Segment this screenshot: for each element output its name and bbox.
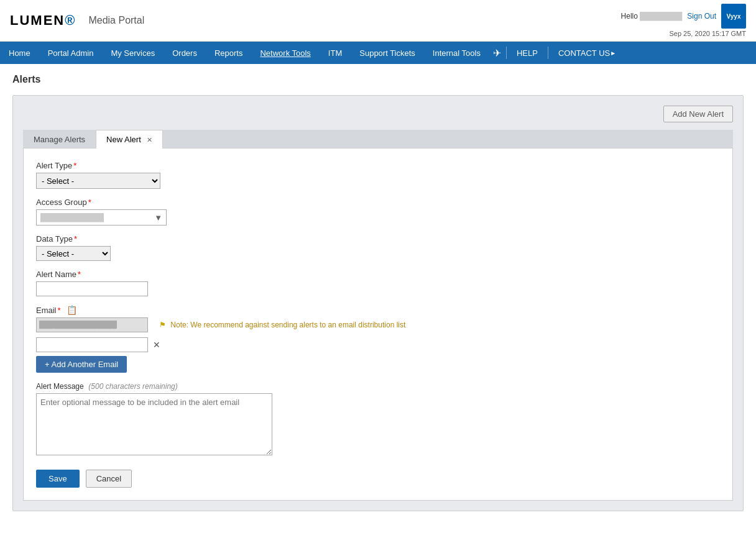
alert-type-required: * [73,161,76,170]
alert-type-select[interactable]: - Select - Type 1 Type 2 [36,173,160,189]
dropdown-arrow-icon: ▼ [154,213,162,222]
nav-network-tools[interactable]: Network Tools [251,42,319,64]
nav-contact-us[interactable]: CONTACT US ► [550,42,625,64]
alert-message-label: Alert Message (500 characters remaining) [36,381,720,391]
alert-type-group: Alert Type* - Select - Type 1 Type 2 [36,161,720,189]
tab-manage-alerts[interactable]: Manage Alerts [23,130,96,148]
page-title: Alerts [12,74,744,85]
data-type-group: Data Type* - Select - Data 1 [36,234,720,261]
tabs: Manage Alerts New Alert ✕ [23,130,733,148]
nav-internal-tools[interactable]: Internal Tools [424,42,489,64]
nav-support-tickets[interactable]: Support Tickets [351,42,424,64]
nav-help[interactable]: HELP [508,42,546,64]
nav-reports[interactable]: Reports [206,42,252,64]
cancel-button[interactable]: Cancel [86,470,132,488]
email-row-second: ✕ [36,337,720,352]
email-required: * [58,306,61,315]
portal-title: Media Portal [88,15,144,26]
main-panel: Add New Alert Manage Alerts New Alert ✕ … [12,95,744,511]
alert-name-group: Alert Name* [36,270,720,296]
nav-portal-admin[interactable]: Portal Admin [39,42,103,64]
access-group-required: * [88,198,91,207]
alert-name-required: * [78,270,81,279]
copy-icon[interactable]: 📋 [67,305,77,315]
top-bar: LUMEN® Media Portal Hello ████████ Sign … [0,0,756,42]
remove-email-icon[interactable]: ✕ [153,340,160,350]
access-group-dropdown[interactable]: ████████████ ▼ [36,209,167,226]
tab-new-alert[interactable]: New Alert ✕ [96,130,163,148]
email-section: ████████████████ ⚑ Note: We recommend ag… [36,317,720,352]
top-bar-user: Hello ████████ Sign Out Vyyx [621,4,746,29]
alert-name-input[interactable] [36,281,148,296]
save-button[interactable]: Save [36,470,80,488]
nav-divider2 [548,47,548,59]
form-area: Alert Type* - Select - Type 1 Type 2 Acc… [23,148,733,501]
panel-toolbar: Add New Alert [23,106,733,122]
add-another-email-button[interactable]: + Add Another Email [36,356,127,373]
email-row-first: ████████████████ ⚑ Note: We recommend ag… [36,317,720,332]
page-content: Alerts Add New Alert Manage Alerts New A… [0,64,756,521]
alert-message-textarea[interactable] [36,393,272,455]
add-new-alert-button[interactable]: Add New Alert [663,106,733,122]
alert-type-label: Alert Type* [36,161,720,170]
email-prefilled: ████████████████ [36,317,148,332]
tab-close-icon[interactable]: ✕ [147,136,152,144]
nav-more-icon[interactable]: ✈ [489,47,505,59]
nav-my-services[interactable]: My Services [102,42,164,64]
hello-text: Hello ████████ [621,12,683,20]
warning-icon: ⚑ [159,321,166,329]
email-note: ⚑ Note: We recommend against sending ale… [159,321,405,329]
data-type-required: * [74,234,77,244]
data-type-label: Data Type* [36,234,720,244]
nav-home[interactable]: Home [0,42,39,64]
email-second-input[interactable] [36,337,148,352]
datetime: Sep 25, 2020 15:17 GMT [669,30,746,37]
access-group-group: Access Group* ████████████ ▼ [36,198,720,226]
email-label: Email* 📋 [36,305,720,315]
sign-out-link[interactable]: Sign Out [687,12,716,20]
top-bar-right: Hello ████████ Sign Out Vyyx Sep 25, 202… [621,4,746,37]
logo: LUMEN® [10,12,76,29]
nav-orders[interactable]: Orders [164,42,206,64]
email-group: Email* 📋 ████████████████ ⚑ Note: We rec… [36,305,720,373]
form-actions: Save Cancel [36,470,720,488]
alert-message-group: Alert Message (500 characters remaining) [36,381,720,457]
nav-itm[interactable]: ITM [320,42,351,64]
nav-bar: Home Portal Admin My Services Orders Rep… [0,42,756,64]
access-group-label: Access Group* [36,198,720,207]
data-type-select[interactable]: - Select - Data 1 [36,246,111,261]
brand-logo: Vyyx [721,4,746,29]
access-group-value: ████████████ [40,213,104,222]
nav-divider [506,47,507,59]
alert-name-label: Alert Name* [36,270,720,279]
